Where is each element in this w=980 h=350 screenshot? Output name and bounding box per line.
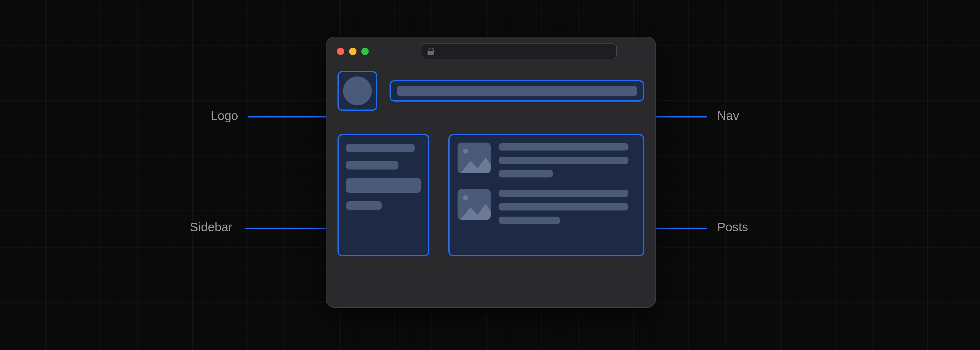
nav-region [390, 80, 644, 101]
text-line-placeholder [499, 190, 628, 197]
post-text-placeholder [499, 143, 635, 177]
page-content [337, 71, 644, 296]
post-text-placeholder [499, 189, 635, 224]
sidebar-item-placeholder [346, 161, 398, 169]
browser-window [326, 37, 656, 308]
image-placeholder-icon [458, 143, 491, 173]
text-line-placeholder [499, 157, 628, 164]
annotation-label-logo: Logo [211, 109, 238, 123]
lock-icon [428, 48, 434, 55]
sidebar-region [337, 134, 430, 257]
zoom-icon[interactable] [361, 48, 369, 55]
traffic-lights [337, 48, 369, 55]
annotation-label-sidebar: Sidebar [190, 220, 232, 234]
leader-line-sidebar [245, 228, 334, 229]
diagram-stage: Logo Sidebar Nav Posts [0, 0, 980, 350]
text-line-placeholder [499, 203, 628, 211]
text-line-placeholder [499, 170, 553, 177]
url-bar[interactable] [421, 43, 617, 59]
text-line-placeholder [499, 217, 560, 224]
sidebar-item-placeholder [346, 201, 382, 210]
nav-bar-placeholder [397, 86, 637, 96]
annotation-label-posts: Posts [717, 220, 748, 234]
image-placeholder-icon [458, 189, 491, 220]
leader-line-logo [248, 116, 334, 117]
post-item [458, 143, 635, 177]
logo-placeholder [343, 76, 372, 105]
close-icon[interactable] [337, 48, 344, 55]
post-item [458, 189, 635, 224]
sidebar-item-placeholder [346, 144, 415, 152]
minimize-icon[interactable] [349, 48, 356, 55]
logo-region [337, 71, 377, 111]
annotation-label-nav: Nav [717, 109, 739, 123]
window-titlebar [326, 37, 655, 65]
text-line-placeholder [499, 143, 628, 150]
posts-region [449, 134, 644, 257]
sidebar-item-placeholder [346, 178, 421, 193]
